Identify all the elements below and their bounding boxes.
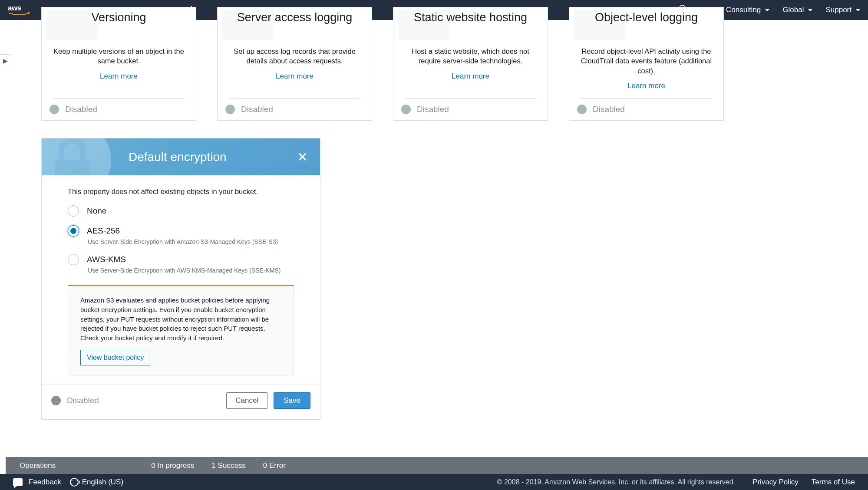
status-label: Disabled [417,105,449,114]
divider [581,98,712,99]
card-description: Host a static website, which does not re… [393,46,548,66]
radio-icon[interactable] [68,254,79,265]
card-title: Versioning [42,11,196,24]
feedback-label: Feedback [29,478,61,487]
card-static-website-hosting[interactable]: Static website hosting Host a static web… [393,7,548,121]
card-object-level-logging[interactable]: Object-level logging Record object-level… [569,7,724,121]
default-encryption-panel: Default encryption ✕ This property does … [41,138,320,420]
card-description: Keep multiple versions of an object in t… [42,46,196,66]
radio-option-none[interactable]: None [68,205,298,217]
save-button[interactable]: Save [274,392,310,409]
language-selector[interactable]: English (US) [82,478,123,487]
view-bucket-policy-link[interactable]: View bucket policy [80,350,150,365]
radio-label: AWS-KMS [87,255,126,264]
privacy-policy-link[interactable]: Privacy Policy [752,478,799,487]
close-icon[interactable]: ✕ [297,151,308,164]
ops-in-progress: 0 In progress [151,461,194,470]
chat-icon [13,478,23,486]
status-label: Disabled [241,105,273,114]
radio-label: None [87,206,106,216]
radio-option-aws-kms[interactable]: AWS-KMS Use Server-Side Encryption with … [68,254,298,274]
learn-more-link[interactable]: Learn more [627,82,665,90]
radio-icon[interactable] [68,205,79,217]
expand-sidebar-toggle[interactable]: ▶ [0,54,11,67]
learn-more-link[interactable]: Learn more [276,72,314,80]
operations-bar[interactable]: Operations 0 In progress 1 Success 0 Err… [6,457,868,474]
radio-label: AES-256 [87,226,120,236]
learn-more-link[interactable]: Learn more [452,72,489,80]
card-title: Object-level logging [569,11,723,24]
panel-actions: Disabled Cancel Save [42,384,320,419]
divider [229,98,360,99]
feedback-button[interactable]: Feedback [13,478,61,487]
status-label: Disabled [593,105,625,114]
terms-of-use-link[interactable]: Terms of Use [812,478,855,487]
radio-icon[interactable] [68,225,79,237]
status-dot-icon [51,396,61,405]
info-box: Amazon S3 evaluates and applies bucket p… [68,285,294,375]
card-description: Set up access log records that provide d… [218,46,372,66]
copyright-text: © 2008 - 2019, Amazon Web Services, Inc.… [497,478,735,486]
globe-icon [70,478,79,487]
status-dot-icon [50,105,59,114]
radio-option-aes256[interactable]: AES-256 Use Server-Side Encryption with … [68,225,298,245]
status-dot-icon [225,105,235,114]
panel-header: Default encryption ✕ [42,138,320,175]
svg-rect-2 [55,160,89,175]
info-text: Amazon S3 evaluates and applies bucket p… [80,296,281,343]
status-dot-icon [401,105,411,114]
card-server-access-logging[interactable]: Server access logging Set up access log … [217,7,372,121]
ops-success: 1 Success [211,461,245,470]
main-content: Versioning Keep multiple versions of an … [6,20,868,490]
radio-sublabel: Use Server-Side Encryption with AWS KMS-… [88,267,298,274]
learn-more-link[interactable]: Learn more [100,72,138,80]
status-label: Disabled [65,105,97,114]
ops-error: 0 Error [263,461,286,470]
radio-sublabel: Use Server-Side Encryption with Amazon S… [88,238,298,245]
panel-title: Default encryption [129,150,227,164]
panel-note: This property does not affect existing o… [68,187,298,196]
card-description: Record object-level API activity using t… [569,46,723,76]
card-title: Server access logging [218,11,372,24]
lock-bg-icon [42,138,120,175]
operations-label: Operations [20,461,56,470]
status-label: Disabled [67,396,99,405]
card-versioning[interactable]: Versioning Keep multiple versions of an … [41,7,196,121]
divider [405,98,536,99]
cancel-button[interactable]: Cancel [226,392,267,409]
encryption-radio-group: None AES-256 Use Server-Side Encryption … [68,205,298,274]
divider [53,98,185,99]
status-dot-icon [577,105,587,114]
properties-cards-row: Versioning Keep multiple versions of an … [6,7,868,121]
card-title: Static website hosting [393,11,548,24]
footer: Feedback English (US) © 2008 - 2019, Ama… [0,474,868,490]
